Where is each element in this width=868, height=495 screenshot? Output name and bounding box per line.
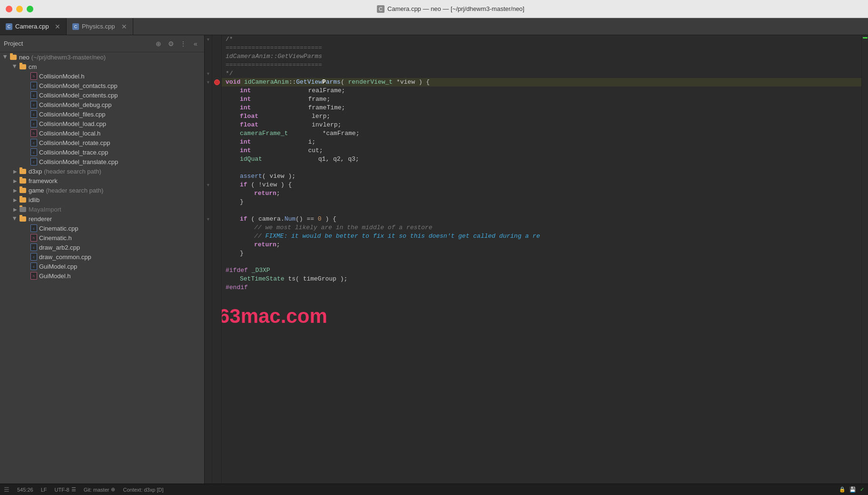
arrow-cm: ▶: [11, 63, 19, 70]
fold-comment-close[interactable]: ▼: [206, 69, 211, 78]
line-ending: LF: [41, 487, 47, 493]
tree-file-guimodel-cpp[interactable]: ▶ c GuiModel.cpp: [0, 262, 204, 271]
app-icon: C: [377, 5, 385, 13]
tree-label-cm-load: CollisionModel_load.cpp: [39, 120, 106, 127]
code-line-blank1: [222, 164, 861, 172]
tree-label-cm-debug: CollisionModel_debug.cpp: [39, 101, 112, 108]
sidebar-target-icon[interactable]: ⊕: [154, 39, 163, 49]
tab-icon-physics: C: [72, 23, 79, 30]
tree-folder-framework[interactable]: ▶ framework: [0, 176, 204, 185]
tree-label-cinematic-cpp: Cinematic.cpp: [39, 225, 78, 232]
tab-physics-cpp[interactable]: C Physics.cpp ✕: [67, 18, 133, 35]
sidebar-header: Project ⊕ ⚙ ⋮ «: [0, 35, 204, 52]
arrow-renderer: ▶: [11, 215, 19, 223]
checkmark-indicator: [863, 37, 868, 39]
breakpoint-gutter: [212, 35, 222, 484]
tree-folder-game[interactable]: ▶ game (header search path): [0, 185, 204, 195]
fold-if2-open[interactable]: ▼: [206, 215, 211, 223]
fold-empty4: [206, 87, 211, 95]
tree-file-draw-common[interactable]: ▶ c draw_common.cpp: [0, 252, 204, 262]
sidebar: Project ⊕ ⚙ ⋮ « ▶ neo (~/prj/dhewm3-mast…: [0, 35, 205, 484]
tree-file-collisionmodel-translate[interactable]: ▶ c CollisionModel_translate.cpp: [0, 157, 204, 166]
code-line-brace2: }: [222, 249, 861, 258]
fold-empty1: [206, 44, 211, 52]
tree-file-cinematic-h[interactable]: ▶ h Cinematic.h: [0, 233, 204, 243]
tree-folder-renderer[interactable]: ▶ renderer: [0, 214, 204, 223]
bp-empty5: [212, 69, 221, 78]
file-icon-cpp7: c: [30, 148, 37, 156]
maximize-button[interactable]: [27, 6, 33, 12]
tree-file-cinematic-cpp[interactable]: ▶ c Cinematic.cpp: [0, 223, 204, 233]
tree-label-game: game: [29, 187, 44, 194]
tree-file-collisionmodel-files[interactable]: ▶ c CollisionModel_files.cpp: [0, 109, 204, 119]
fold-empty14: [206, 172, 211, 181]
tree-folder-cm[interactable]: ▶ cm: [0, 62, 204, 71]
sidebar-filter-icon[interactable]: ⚙: [166, 39, 176, 49]
tree-folder-idlib[interactable]: ▶ idlib: [0, 195, 204, 204]
sidebar-settings-icon[interactable]: ⋮: [178, 39, 188, 49]
sidebar-collapse-icon[interactable]: «: [191, 39, 200, 49]
fold-if1-open[interactable]: ▼: [206, 181, 211, 189]
code-line-int-cut: int cut;: [222, 146, 861, 155]
folder-icon-idlib: [19, 196, 27, 204]
code-line-blank3: [222, 258, 861, 266]
statusbar-encoding: UTF-8 ☰: [55, 486, 76, 493]
tree-label-idlib: idlib: [29, 196, 39, 204]
tree-label-guimodel-cpp: GuiModel.cpp: [39, 263, 77, 270]
arrow-idlib: ▶: [11, 196, 19, 204]
tree-sublabel-neo: (~/prj/dhewm3-master/neo): [31, 54, 106, 61]
tree-root-neo[interactable]: ▶ neo (~/prj/dhewm3-master/neo): [0, 52, 204, 62]
tree-file-collisionmodel-rotate[interactable]: ▶ c CollisionModel_rotate.cpp: [0, 138, 204, 147]
tree-file-collisionmodel-debug[interactable]: ▶ c CollisionModel_debug.cpp: [0, 100, 204, 109]
statusbar-git: Git: master ⊕: [84, 486, 116, 493]
tree-label-cm-files: CollisionModel_files.cpp: [39, 111, 105, 118]
tab-camera-cpp[interactable]: C Camera.cpp ✕: [0, 18, 67, 35]
context-label: Context: d3xp [D]: [123, 487, 163, 493]
code-line-return2: return ;: [222, 241, 861, 249]
code-line-blank2: [222, 206, 861, 215]
window-title: Camera.cpp — neo — [~/prj/dhewm3-master/…: [387, 5, 524, 12]
folder-icon-neo: [10, 53, 17, 61]
right-gutter: [861, 35, 868, 484]
tree-label-guimodel-h: GuiModel.h: [39, 272, 70, 280]
tree-file-collisionmodel-trace[interactable]: ▶ c CollisionModel_trace.cpp: [0, 147, 204, 157]
code-line-return1: return ;: [222, 189, 861, 198]
git-branch: Git: master: [84, 487, 109, 493]
statusbar-lf: LF: [41, 487, 47, 493]
tree-sublabel-game: (header search path): [46, 187, 104, 194]
tab-close-camera[interactable]: ✕: [55, 23, 60, 30]
fold-fn[interactable]: ▼: [206, 78, 211, 87]
tree-label-cm-contacts: CollisionModel_contacts.cpp: [39, 82, 118, 89]
code-line-comment-fixme: // FIXME: it would be better to fix it s…: [222, 232, 861, 241]
tab-close-physics[interactable]: ✕: [121, 23, 127, 30]
fold-comment-open[interactable]: ▼: [206, 35, 211, 44]
folder-icon-d3xp: [19, 167, 27, 175]
file-icon-cpp5: c: [30, 120, 37, 127]
tree-file-collisionmodel-h[interactable]: ▶ h CollisionModel.h: [0, 71, 204, 81]
tree-label-cm-rotate: CollisionModel_rotate.cpp: [39, 139, 110, 146]
minimize-button[interactable]: [16, 6, 23, 12]
tree-folder-d3xp[interactable]: ▶ d3xp (header search path): [0, 166, 204, 176]
folder-icon-game: [19, 186, 27, 194]
fold-empty15: [206, 189, 211, 198]
code-line-sep2: ==========================: [222, 61, 861, 69]
tree-file-draw-arb2[interactable]: ▶ c draw_arb2.cpp: [0, 243, 204, 252]
tree-file-guimodel-h[interactable]: ▶ h GuiModel.h: [0, 271, 204, 281]
file-icon-cpp3: c: [30, 101, 37, 108]
file-icon-cpp4: c: [30, 110, 37, 118]
statusbar-toggle[interactable]: ☰: [4, 486, 10, 493]
code-editor[interactable]: /* ========================== idCameraAn…: [222, 35, 861, 484]
breakpoint-marker[interactable]: [212, 78, 221, 87]
tree-file-collisionmodel-load[interactable]: ▶ c CollisionModel_load.cpp: [0, 119, 204, 128]
tree-file-collisionmodel-contacts[interactable]: ▶ c CollisionModel_contacts.cpp: [0, 81, 204, 90]
tree-label-neo: neo: [19, 54, 30, 61]
tree-file-collisionmodel-local[interactable]: ▶ h CollisionModel_local.h: [0, 128, 204, 138]
tree-file-collisionmodel-contents[interactable]: ▶ c CollisionModel_contents.cpp: [0, 90, 204, 100]
cursor-position: 545:26: [17, 487, 33, 493]
tree-folder-mayaimport[interactable]: ▶ MayaImport: [0, 204, 204, 214]
lock-icon: 🔒: [839, 486, 846, 493]
close-button[interactable]: [6, 6, 12, 12]
file-icon-cpp8: c: [30, 158, 37, 165]
checkmark: ✓: [860, 486, 864, 493]
file-icon-cinematic-cpp: c: [30, 224, 37, 232]
